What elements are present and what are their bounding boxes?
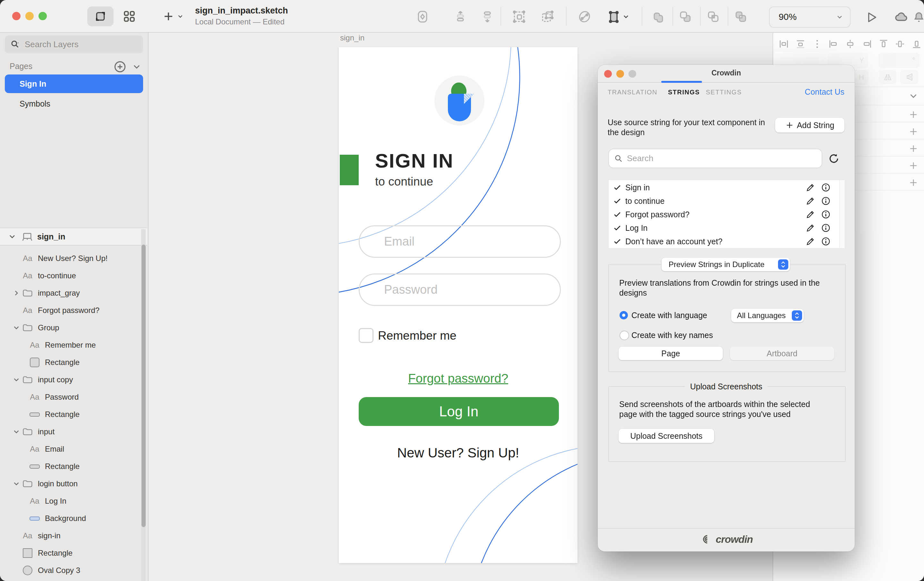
- sidebar-page-sign-in[interactable]: Sign In: [5, 74, 143, 93]
- remember-me-checkbox[interactable]: [359, 328, 373, 343]
- strings-list-scrollbar[interactable]: [839, 180, 845, 248]
- distribute-vertically-icon[interactable]: [795, 38, 806, 50]
- edit-shape-icon[interactable]: [606, 8, 622, 25]
- layer-row-rectangle[interactable]: Rectangle: [0, 406, 141, 423]
- move-backward-icon[interactable]: [479, 8, 496, 25]
- tab-settings[interactable]: SETTINGS: [706, 89, 742, 96]
- chevron-down-icon[interactable]: [12, 324, 21, 332]
- transform-icon[interactable]: [576, 8, 593, 25]
- layer-row-to-continue[interactable]: Aato-continue: [0, 267, 141, 285]
- ungroup-icon[interactable]: [539, 8, 556, 25]
- artboard-title-label[interactable]: sign_in: [340, 33, 365, 42]
- close-window-button[interactable]: [12, 12, 21, 20]
- notifications-bell-button[interactable]: [910, 8, 924, 26]
- minimize-window-button[interactable]: [25, 12, 34, 20]
- chevron-right-icon[interactable]: [12, 289, 21, 297]
- layer-row-rectangle[interactable]: Rectangle: [0, 458, 141, 475]
- section-collapse-chevron[interactable]: [908, 91, 919, 101]
- sign-up-text[interactable]: New User? Sign Up!: [339, 445, 578, 461]
- layer-row-remember-me[interactable]: AaRemember me: [0, 336, 141, 354]
- layer-row-password[interactable]: AaPassword: [0, 388, 141, 406]
- sidebar-scrollbar-thumb[interactable]: [142, 245, 146, 527]
- align-middle-vertical-icon[interactable]: [894, 38, 906, 50]
- string-info-icon[interactable]: [821, 196, 831, 206]
- edit-string-icon[interactable]: [805, 223, 815, 233]
- layer-row-rectangle[interactable]: Rectangle: [0, 354, 141, 371]
- sidebar-page-symbols[interactable]: Symbols: [5, 94, 143, 113]
- layer-row-login-button[interactable]: login button: [0, 475, 141, 492]
- search-layers-input[interactable]: Search Layers: [5, 35, 143, 53]
- chevron-down-icon[interactable]: [12, 480, 21, 488]
- fullscreen-window-button[interactable]: [38, 12, 47, 20]
- preview-play-button[interactable]: [862, 8, 880, 26]
- password-field[interactable]: Password: [359, 273, 561, 306]
- language-select[interactable]: All Languages: [731, 309, 804, 322]
- layer-row-forgot-password[interactable]: AaForgot password?: [0, 302, 141, 319]
- insert-symbol-icon[interactable]: [414, 8, 431, 25]
- boolean-difference-icon[interactable]: [733, 8, 749, 25]
- string-row-sign-in[interactable]: Sign in: [609, 181, 840, 194]
- log-in-button[interactable]: Log In: [359, 397, 559, 426]
- string-info-icon[interactable]: [821, 183, 831, 192]
- edit-shape-chevron-icon[interactable]: [621, 8, 631, 25]
- add-style-button[interactable]: [908, 177, 919, 188]
- group-icon[interactable]: [511, 8, 528, 25]
- layer-row-email[interactable]: AaEmail: [0, 440, 141, 458]
- preview-strings-dropdown[interactable]: Preview Strings in Duplicate: [662, 258, 790, 271]
- forgot-password-link[interactable]: Forgot password?: [339, 371, 578, 386]
- add-page-button[interactable]: [113, 60, 127, 74]
- more-options-icon[interactable]: [812, 38, 823, 50]
- layer-row-oval-copy-3[interactable]: Oval Copy 3: [0, 562, 141, 579]
- layer-row-group[interactable]: Group: [0, 319, 141, 336]
- align-left-icon[interactable]: [828, 38, 839, 50]
- string-info-icon[interactable]: [821, 223, 831, 233]
- distribute-horizontally-icon[interactable]: [778, 38, 789, 50]
- create-with-key-names-radio[interactable]: [620, 331, 629, 340]
- layer-row-sign-in[interactable]: Aasign-in: [0, 527, 141, 545]
- edit-string-icon[interactable]: [805, 210, 815, 219]
- refresh-strings-icon[interactable]: [827, 152, 840, 165]
- string-info-icon[interactable]: [821, 210, 831, 219]
- boolean-subtract-icon[interactable]: [677, 8, 694, 25]
- contact-us-link[interactable]: Contact Us: [805, 87, 845, 97]
- email-field[interactable]: Email: [359, 225, 561, 258]
- grid-view-button[interactable]: [119, 7, 139, 26]
- cloud-share-button[interactable]: [893, 8, 911, 26]
- canvas-view-toggle[interactable]: [87, 7, 114, 26]
- align-right-icon[interactable]: [861, 38, 872, 50]
- string-row-to-continue[interactable]: to continue: [609, 194, 840, 208]
- layer-row-impact-gray[interactable]: impact_gray: [0, 285, 141, 302]
- add-style-button[interactable]: [908, 126, 919, 137]
- create-with-language-radio[interactable]: [620, 311, 628, 319]
- add-style-button[interactable]: [908, 109, 919, 120]
- string-row-forgot-password[interactable]: Forgot password?: [609, 208, 840, 221]
- layer-row-input-copy[interactable]: input copy: [0, 371, 141, 388]
- layer-row-background[interactable]: Background: [0, 510, 141, 527]
- zoom-select[interactable]: 90%: [769, 7, 851, 28]
- edit-string-icon[interactable]: [805, 237, 815, 246]
- layer-row-log-in[interactable]: AaLog In: [0, 492, 141, 510]
- layer-row-input[interactable]: input: [0, 423, 141, 440]
- edit-string-icon[interactable]: [805, 196, 815, 206]
- boolean-union-icon[interactable]: [650, 8, 667, 25]
- artboard-button[interactable]: Artboard: [730, 347, 834, 360]
- align-bottom-icon[interactable]: [911, 38, 922, 50]
- insert-button[interactable]: [159, 7, 188, 26]
- string-info-icon[interactable]: [821, 237, 831, 246]
- pages-collapse-chevron[interactable]: [132, 61, 142, 72]
- layer-row-rectangle[interactable]: Rectangle: [0, 545, 141, 562]
- add-string-button[interactable]: Add String: [775, 118, 845, 132]
- tab-translation[interactable]: TRANSLATION: [608, 89, 657, 96]
- upload-screenshots-button[interactable]: Upload Screenshots: [619, 429, 714, 443]
- edit-string-icon[interactable]: [805, 183, 815, 192]
- flip-vertical-button[interactable]: [900, 70, 918, 84]
- align-center-horizontal-icon[interactable]: [845, 38, 856, 50]
- chevron-down-icon[interactable]: [12, 427, 21, 436]
- add-style-button[interactable]: [908, 143, 919, 154]
- plugin-search-input[interactable]: Search: [608, 149, 822, 168]
- string-row-don-t-have-an-account-yet[interactable]: Don’t have an account yet?: [609, 235, 840, 248]
- artboard-root-row[interactable]: sign_in: [0, 228, 147, 245]
- string-row-log-in[interactable]: Log In: [609, 221, 840, 235]
- layer-row-new-user-sign-up[interactable]: AaNew User? Sign Up!: [0, 250, 141, 267]
- page-button[interactable]: Page: [619, 347, 723, 360]
